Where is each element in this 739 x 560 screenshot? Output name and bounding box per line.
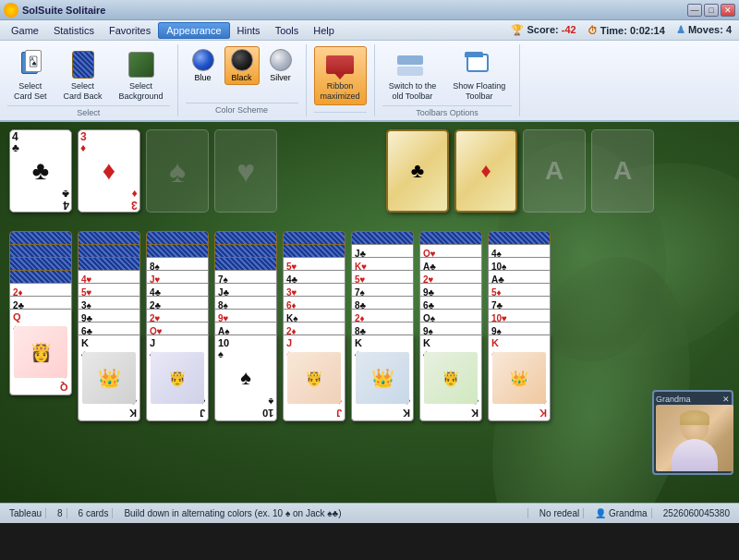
tableau-col-1[interactable]: 2♦ 2♣ Q♦ Q♦ 👸 [9, 231, 72, 434]
menu-favorites[interactable]: Favorites [102, 23, 158, 38]
select-card-back-label: SelectCard Back [64, 81, 103, 102]
menu-bar: Game Statistics Favorites Appearance Hin… [0, 20, 739, 41]
ribbon-maximized-label: Ribbonmaximized [321, 81, 360, 102]
photo-display [656, 405, 733, 471]
background-icon [127, 50, 156, 79]
top-stack-2[interactable]: 3♦ 3♦ ♦ [78, 129, 140, 213]
window-controls[interactable]: — □ ✕ [687, 4, 735, 17]
top-stack-3[interactable]: ♠ [146, 129, 209, 213]
select-background-button[interactable]: SelectBackground [113, 46, 170, 105]
id-status: 2526060045380 [660, 508, 733, 518]
select-background-label: SelectBackground [119, 81, 164, 102]
title-bar: SolSuite Solitaire — □ ✕ [0, 0, 739, 20]
silver-ball [270, 49, 292, 71]
menu-hints[interactable]: Hints [230, 23, 268, 38]
tableau-col-6[interactable]: J♣ K♥ 5♥ 7♠ 8♣ 2♦ 8♣ K♣ K♣ 👑 [351, 231, 414, 471]
menu-tools[interactable]: Tools [268, 23, 307, 38]
score-display: 🏆 Score: -42 [511, 24, 575, 36]
menu-appearance[interactable]: Appearance [158, 22, 229, 39]
photo-widget: Grandma ✕ [652, 390, 733, 475]
show-floating-label: Show FloatingToolbar [453, 81, 505, 102]
redeal-status: No redeal [536, 508, 584, 518]
menu-statistics[interactable]: Statistics [46, 23, 102, 38]
columns-status: 8 [54, 508, 67, 518]
user-status: 👤 Grandma [591, 508, 651, 518]
black-ball [231, 49, 253, 71]
user-icon: 👤 [595, 508, 606, 518]
tableau-col-8[interactable]: 4♠ 10♠ A♣ 5♦ 7♣ 10♥ 9♠ K♦ K♦ 👑 [488, 231, 551, 453]
card-set-icon: 🂡 [16, 50, 45, 79]
rule-status: Build down in alternating colors (ex. 10… [120, 508, 527, 518]
switch-toolbar-button[interactable]: Switch to theold Toolbar [382, 46, 443, 105]
top-stack-4[interactable]: ♥ [214, 129, 277, 213]
floating-icon [465, 50, 494, 79]
foundation-1[interactable]: ♣ [386, 129, 449, 213]
menu-help[interactable]: Help [306, 23, 342, 38]
blue-scheme-button[interactable]: Blue [186, 46, 221, 85]
foundation-4[interactable]: A [591, 129, 654, 213]
ribbon: 🂡 SelectCard Set SelectCard Back SelectB… [0, 41, 739, 122]
blue-label: Blue [195, 73, 212, 82]
switch-toolbar-label: Switch to theold Toolbar [389, 81, 437, 102]
card-back-icon [68, 50, 98, 79]
menu-game[interactable]: Game [4, 23, 46, 38]
ribbon-group-color-scheme: Blue Black Silver Color Scheme [178, 44, 307, 116]
tableau-col-5[interactable]: 5♥ 4♣ 3♥ 6♦ K♠ 2♦ J♦ J♦ 🤴 [283, 231, 345, 471]
maximize-button[interactable]: □ [704, 4, 719, 17]
ribbon-group-label [314, 112, 367, 115]
close-button[interactable]: ✕ [721, 4, 735, 17]
switch-icon [397, 50, 427, 79]
black-scheme-button[interactable]: Black [224, 46, 260, 85]
foundation-2[interactable]: ♦ [454, 129, 517, 213]
ribbon-maximized-button[interactable]: Ribbonmaximized [314, 46, 367, 105]
app-icon [4, 3, 18, 18]
select-group-label: Select [7, 105, 170, 117]
tableau-col-7[interactable]: Q♥ A♣ 2♥ 9♣ 6♣ Q♠ 9♠ K♣ K♣ 🤴 [419, 231, 482, 471]
select-card-back-button[interactable]: SelectCard Back [57, 46, 109, 105]
top-stack-1[interactable]: 4♣ 4♣ ♣ [9, 129, 72, 213]
show-floating-button[interactable]: Show FloatingToolbar [446, 46, 512, 105]
toolbars-options-label: Toolbars Options [382, 105, 513, 117]
tableau-col-2[interactable]: 4♥ 5♥ 3♠ 9♣ 6♣ K♣ K♣ 👑 [78, 231, 140, 453]
photo-widget-close[interactable]: ✕ [722, 395, 730, 404]
game-type-status: Tableau [6, 508, 46, 518]
foundation-3[interactable]: A [523, 129, 586, 213]
ribbon-group-toolbars: Switch to theold Toolbar Show FloatingTo… [375, 44, 521, 116]
select-card-set-button[interactable]: 🂡 SelectCard Set [7, 46, 54, 105]
status-bar: Tableau 8 6 cards Build down in alternat… [0, 503, 739, 523]
ribbon-group-ribbon: Ribbonmaximized [307, 44, 375, 116]
blue-ball [192, 49, 214, 71]
tableau-col-3[interactable]: 8♠ J♥ 4♣ 2♣ 2♥ Q♥ J♠ J♠ 🤴 [146, 231, 209, 471]
ribbon-icon [325, 50, 355, 79]
app-title: SolSuite Solitaire [22, 5, 105, 16]
select-card-set-label: SelectCard Set [14, 81, 47, 102]
cards-status: 6 cards [75, 508, 114, 518]
silver-scheme-button[interactable]: Silver [263, 46, 298, 85]
minimize-button[interactable]: — [687, 4, 702, 17]
tableau-col-4[interactable]: 7♠ J♣ 8♠ 9♥ A♠ 10♠ 10♠ ♠ [214, 231, 277, 453]
silver-label: Silver [270, 73, 291, 82]
game-area: ♣ ♦ A A 4♣ 4♣ ♣ 3♦ 3♦ ♦ ♠ [0, 122, 739, 503]
black-label: Black [232, 73, 252, 82]
color-scheme-label: Color Scheme [186, 103, 298, 115]
photo-widget-title: Grandma [656, 395, 691, 404]
moves-display: ♟ Moves: 4 [676, 24, 732, 36]
time-display: ⏱ Time: 0:02:14 [588, 25, 665, 36]
ribbon-group-select: 🂡 SelectCard Set SelectCard Back SelectB… [0, 44, 178, 116]
